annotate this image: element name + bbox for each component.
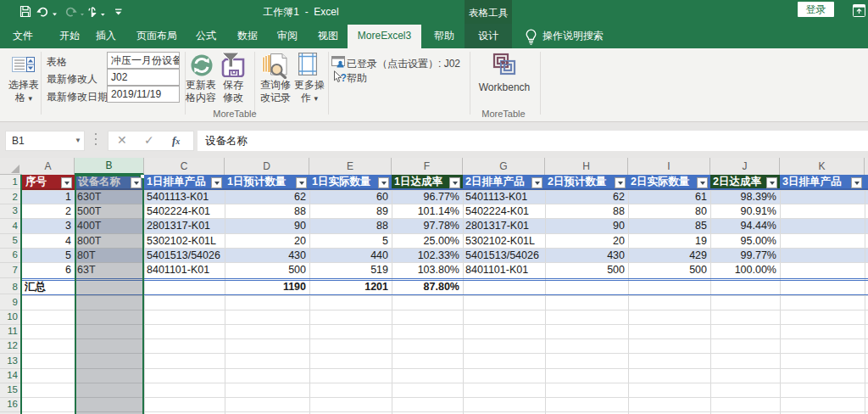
svg-text:?: ? <box>341 72 347 84</box>
